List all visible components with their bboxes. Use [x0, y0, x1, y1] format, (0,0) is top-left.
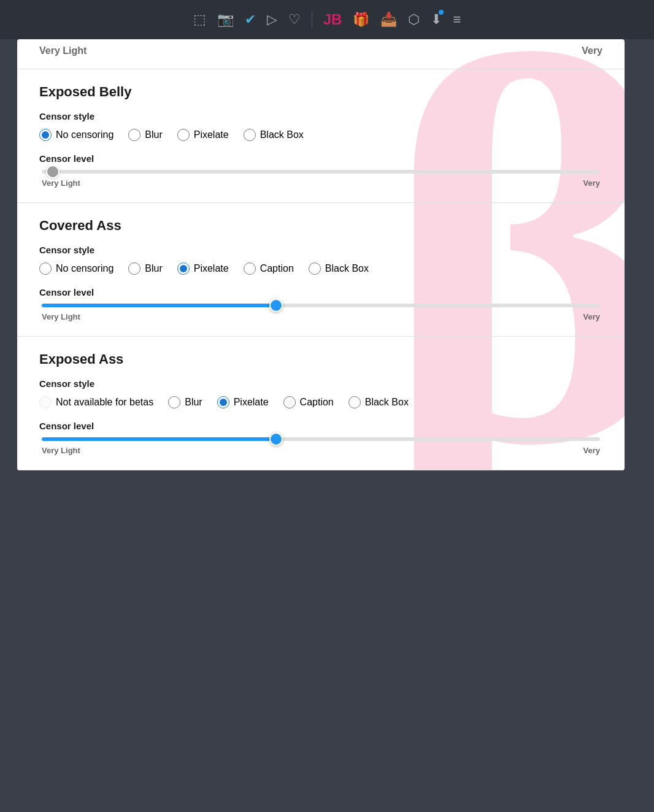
- covered-ass-pixelate-radio[interactable]: [177, 262, 190, 275]
- exposed-ass-radio-group: Not available for betas Blur Pixelate Ca…: [39, 396, 602, 408]
- covered-ass-slider-fill: [42, 304, 276, 307]
- covered-ass-title: Covered Ass: [39, 218, 602, 234]
- settings-panel: β Very Light Very Exposed Belly Censor s…: [17, 39, 625, 470]
- partial-very-light-label: Very Light: [39, 45, 87, 56]
- covered-ass-no-censoring-option[interactable]: No censoring: [39, 262, 113, 275]
- covered-ass-slider-labels: Very Light Very: [42, 312, 600, 321]
- download-icon: ⬇: [431, 12, 442, 27]
- bottom-divider: [17, 470, 625, 470]
- covered-ass-censor-level-label: Censor level: [39, 287, 602, 297]
- exposed-ass-title: Exposed Ass: [39, 351, 602, 367]
- exposed-ass-black-box-label: Black Box: [365, 397, 409, 408]
- toolbar-divider: [312, 11, 312, 28]
- exposed-belly-no-censoring-label: No censoring: [56, 129, 113, 140]
- exposed-ass-slider-min-label: Very Light: [42, 446, 80, 455]
- exposed-ass-blur-radio[interactable]: [168, 396, 180, 408]
- edit-icon[interactable]: ⬚: [193, 12, 206, 28]
- exposed-belly-pixelate-option[interactable]: Pixelate: [177, 129, 229, 141]
- covered-ass-no-censoring-label: No censoring: [56, 263, 113, 274]
- exposed-belly-section: Exposed Belly Censor style No censoring …: [17, 69, 625, 203]
- exposed-belly-no-censoring-radio[interactable]: [39, 129, 52, 141]
- covered-ass-radio-group: No censoring Blur Pixelate Caption Black…: [39, 262, 602, 275]
- check-circle-icon[interactable]: ✔: [245, 12, 256, 28]
- exposed-ass-slider-track: [42, 437, 600, 441]
- exposed-ass-blur-label: Blur: [185, 397, 202, 408]
- exposed-ass-black-box-radio[interactable]: [348, 396, 361, 408]
- exposed-ass-not-available-option: Not available for betas: [39, 396, 153, 408]
- panel-content: Very Light Very Exposed Belly Censor sty…: [17, 39, 625, 470]
- heart-icon[interactable]: ♡: [288, 12, 301, 28]
- gift-icon[interactable]: 🎁: [353, 12, 369, 28]
- exposed-ass-pixelate-radio[interactable]: [217, 396, 229, 408]
- covered-ass-censor-style-label: Censor style: [39, 245, 602, 255]
- exposed-belly-blur-label: Blur: [145, 129, 162, 140]
- exposed-belly-blur-option[interactable]: Blur: [128, 129, 162, 141]
- exposed-ass-slider-thumb: [269, 432, 283, 446]
- exposed-ass-slider-container: Very Light Very: [39, 437, 602, 455]
- exposed-ass-censor-style-label: Censor style: [39, 378, 602, 389]
- exposed-ass-not-available-label: Not available for betas: [56, 397, 153, 408]
- exposed-belly-slider-track: [42, 170, 600, 174]
- exposed-belly-black-box-label: Black Box: [260, 129, 304, 140]
- exposed-ass-section: Exposed Ass Censor style Not available f…: [17, 337, 625, 470]
- exposed-belly-radio-group: No censoring Blur Pixelate Black Box: [39, 129, 602, 141]
- covered-ass-pixelate-option[interactable]: Pixelate: [177, 262, 229, 275]
- covered-ass-slider-track: [42, 304, 600, 307]
- covered-ass-section: Covered Ass Censor style No censoring Bl…: [17, 203, 625, 337]
- exposed-belly-slider-thumb: [46, 165, 60, 178]
- exposed-ass-caption-option[interactable]: Caption: [283, 396, 334, 408]
- cube-icon[interactable]: ⬡: [408, 12, 420, 28]
- send-icon[interactable]: ▷: [267, 12, 277, 28]
- partial-very-label: Very: [582, 45, 602, 56]
- covered-ass-slider-thumb: [269, 299, 283, 312]
- exposed-ass-censor-level-label: Censor level: [39, 421, 602, 431]
- covered-ass-blur-radio[interactable]: [128, 262, 140, 275]
- exposed-ass-slider-max-label: Very: [583, 446, 600, 455]
- exposed-ass-caption-label: Caption: [300, 397, 334, 408]
- exposed-ass-blur-option[interactable]: Blur: [168, 396, 202, 408]
- exposed-ass-pixelate-option[interactable]: Pixelate: [217, 396, 269, 408]
- exposed-ass-black-box-option[interactable]: Black Box: [348, 396, 409, 408]
- exposed-ass-not-available-radio: [39, 396, 52, 408]
- exposed-belly-slider-container: Very Light Very: [39, 170, 602, 188]
- exposed-belly-black-box-option[interactable]: Black Box: [244, 129, 304, 141]
- exposed-ass-slider-fill: [42, 437, 276, 441]
- exposed-belly-slider-min-label: Very Light: [42, 178, 80, 188]
- toolbar: ⬚ 📷 ✔ ▷ ♡ JB 🎁 📥 ⬡ ⬇ ≡: [0, 0, 654, 39]
- exposed-belly-title: Exposed Belly: [39, 84, 602, 100]
- exposed-belly-slider-labels: Very Light Very: [42, 178, 600, 188]
- partial-top-section: Very Light Very: [17, 39, 625, 69]
- covered-ass-pixelate-label: Pixelate: [194, 263, 229, 274]
- covered-ass-slider-container: Very Light Very: [39, 304, 602, 321]
- exposed-belly-black-box-radio[interactable]: [244, 129, 256, 141]
- download-icon-wrapper[interactable]: ⬇: [431, 12, 442, 28]
- exposed-belly-pixelate-radio[interactable]: [177, 129, 190, 141]
- covered-ass-slider-max-label: Very: [583, 312, 600, 321]
- exposed-ass-caption-radio[interactable]: [283, 396, 296, 408]
- covered-ass-black-box-label: Black Box: [325, 263, 369, 274]
- download-tray-icon[interactable]: 📥: [380, 12, 397, 28]
- covered-ass-caption-label: Caption: [260, 263, 294, 274]
- journal-icon[interactable]: JB: [323, 11, 342, 28]
- camera-icon[interactable]: 📷: [217, 12, 234, 28]
- covered-ass-blur-option[interactable]: Blur: [128, 262, 162, 275]
- covered-ass-black-box-radio[interactable]: [309, 262, 321, 275]
- exposed-belly-censor-level-label: Censor level: [39, 153, 602, 164]
- exposed-ass-pixelate-label: Pixelate: [234, 397, 269, 408]
- exposed-belly-pixelate-label: Pixelate: [194, 129, 229, 140]
- exposed-belly-censor-style-label: Censor style: [39, 111, 602, 121]
- exposed-belly-blur-radio[interactable]: [128, 129, 140, 141]
- exposed-ass-slider-labels: Very Light Very: [42, 446, 600, 455]
- covered-ass-caption-radio[interactable]: [244, 262, 256, 275]
- exposed-belly-slider-max-label: Very: [583, 178, 600, 188]
- exposed-belly-no-censoring-option[interactable]: No censoring: [39, 129, 113, 141]
- covered-ass-caption-option[interactable]: Caption: [244, 262, 294, 275]
- menu-icon[interactable]: ≡: [453, 12, 461, 28]
- covered-ass-blur-label: Blur: [145, 263, 162, 274]
- covered-ass-no-censoring-radio[interactable]: [39, 262, 52, 275]
- covered-ass-black-box-option[interactable]: Black Box: [309, 262, 369, 275]
- covered-ass-slider-min-label: Very Light: [42, 312, 80, 321]
